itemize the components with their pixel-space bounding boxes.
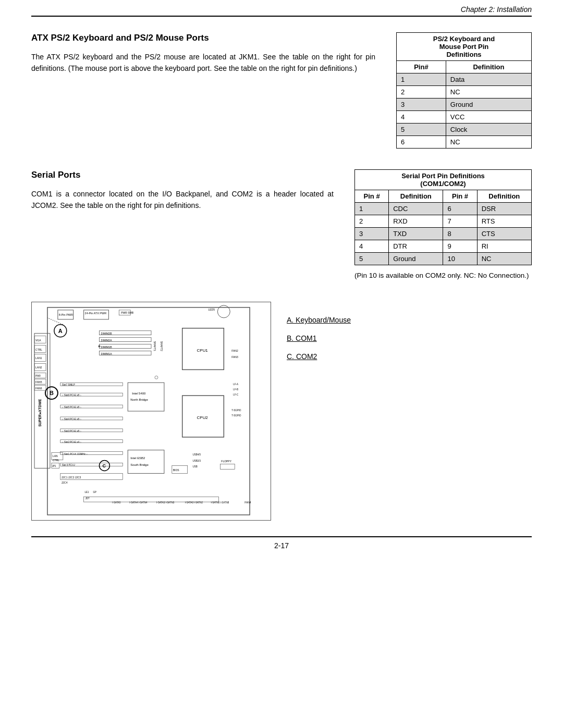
serial-pin-table: Serial Port Pin Definitions (COM1/COM2) … [354, 169, 532, 265]
table-row: 2 RXD 7 RTS [355, 215, 532, 228]
svg-text:SHAFT1: SHAFT1 [153, 341, 156, 351]
chapter-header: Chapter 2: Installation [31, 0, 532, 17]
serial-col4: Definition [477, 190, 531, 203]
pin-definition: CDC [389, 203, 443, 215]
pin-definition-2: RI [477, 240, 531, 253]
pin-number: 1 [397, 73, 446, 86]
svg-text:DIMM1A: DIMM1A [101, 352, 112, 355]
table-row: 1Data [397, 73, 532, 86]
motherboard-diagram: SUPER●XTDWE 8-Pin PWR 24-Pin ATX PWR PWR… [31, 302, 271, 521]
table-row: 5 Ground 10 NC [355, 253, 532, 265]
svg-text:8-Pin PWR: 8-Pin PWR [59, 313, 73, 316]
svg-text:○  Slot4 PCI-E x8  ○: ○ Slot4 PCI-E x8 ○ [62, 418, 81, 421]
serial-col2: Definition [389, 190, 443, 203]
pin-number: 6 [397, 136, 446, 149]
svg-text:FAN2: FAN2 [231, 350, 238, 352]
table-row: 6NC [397, 136, 532, 149]
ps2-section: ATX PS/2 Keyboard and PS/2 Mouse Ports T… [31, 32, 532, 149]
svg-text:○  Slot2 PCI-E x4  ○: ○ Slot2 PCI-E x4 ○ [62, 441, 81, 443]
svg-text:LAN1: LAN1 [35, 357, 42, 360]
svg-text:○  Slot6 PCI-E x8  ○: ○ Slot6 PCI-E x8 ○ [62, 394, 81, 397]
svg-text:T-SGPIO: T-SGPIO [231, 409, 241, 412]
table-row: 2NC [397, 86, 532, 98]
pin-definition: Data [446, 73, 531, 86]
svg-text:FLOPPY: FLOPPY [221, 460, 231, 463]
svg-text:PAR: PAR [35, 375, 41, 378]
svg-text:North Bridge: North Bridge [130, 398, 148, 401]
svg-text:FAN6: FAN6 [35, 387, 42, 390]
svg-text:USB: USB [193, 466, 198, 468]
diagram-labels-area: A. Keyboard/Mouse B. COM1 C. COM2 [287, 302, 532, 521]
serial-section-title: Serial Ports [31, 169, 334, 181]
svg-text:○  Slot5 PCI-E x8  ○: ○ Slot5 PCI-E x8 ○ [62, 406, 81, 409]
pin-number: 1 [355, 203, 389, 215]
pin-number: 3 [355, 228, 389, 240]
svg-text:CTRL: CTRL [35, 349, 42, 351]
svg-text:USB2/3: USB2/3 [193, 460, 201, 462]
svg-text:DIMM2B: DIMM2B [101, 332, 112, 335]
svg-text:CPU1: CPU1 [197, 348, 209, 353]
pin-definition-2: DSR [477, 203, 531, 215]
pin-number-2: 9 [443, 240, 477, 253]
svg-text:Intel ESB2: Intel ESB2 [130, 456, 145, 460]
svg-text:SHAFT2: SHAFT2 [160, 341, 163, 351]
table-row: 4VCC [397, 111, 532, 124]
pin-number-2: 10 [443, 253, 477, 265]
pin-number: 5 [397, 124, 446, 136]
svg-text:JP1: JP1 [52, 465, 56, 468]
pin-number-2: 7 [443, 215, 477, 228]
svg-text:VGA: VGA [35, 339, 41, 342]
ps2-col-def: Definition [446, 61, 531, 73]
pin-number: 2 [355, 215, 389, 228]
svg-text:A: A [58, 328, 63, 334]
serial-note: (Pin 10 is available on COM2 only. NC: N… [354, 270, 532, 281]
svg-text:24-Pin ATX PWR: 24-Pin ATX PWR [85, 312, 107, 315]
table-row: 3 TXD 8 CTS [355, 228, 532, 240]
svg-text:C: C [102, 464, 106, 469]
svg-text:JDT: JDT [85, 497, 90, 500]
svg-text:GP: GP [93, 491, 96, 493]
page: Chapter 2: Installation ATX PS/2 Keyboar… [0, 0, 563, 728]
ps2-section-body: The ATX PS/2 keyboard and the PS/2 mouse… [31, 51, 375, 75]
pin-number: 5 [355, 253, 389, 265]
label-a-text: A. Keyboard/Mouse [287, 312, 351, 328]
svg-text:T-SGPIO: T-SGPIO [231, 414, 241, 417]
svg-text:LE1: LE1 [85, 491, 89, 493]
pin-number: 4 [397, 111, 446, 124]
svg-text:PWR SMB: PWR SMB [121, 312, 133, 314]
serial-table-title: Serial Port Pin Definitions (COM1/COM2) [355, 170, 532, 190]
pin-definition-2: NC [477, 253, 531, 265]
bottom-section: SUPER●XTDWE 8-Pin PWR 24-Pin ATX PWR PWR… [31, 302, 532, 521]
svg-text:BIOS: BIOS [173, 470, 180, 472]
svg-text:B: B [50, 390, 54, 396]
ps2-table-title: PS/2 Keyboard and Mouse Port Pin Definit… [397, 33, 532, 61]
svg-text:Intel 5400: Intel 5400 [132, 392, 146, 395]
svg-text:J2C1   J2C2   J2C3: J2C1 J2C2 J2C3 [62, 477, 81, 479]
svg-text:DIMM2A: DIMM2A [101, 339, 112, 342]
label-b-text: B. COM1 [287, 330, 317, 347]
serial-section-body: COM1 is a connector located on the I/O B… [31, 188, 334, 212]
label-c-text: C. COM2 [287, 349, 317, 365]
svg-text:Slot 0 PCI-U: Slot 0 PCI-U [62, 464, 75, 467]
svg-text:Slot7 SIMLP: Slot7 SIMLP [62, 384, 75, 386]
pin-definition: VCC [446, 111, 531, 124]
svg-text:○  Slot1 PCI-X 133MHz  ○: ○ Slot1 PCI-X 133MHz ○ [62, 453, 88, 455]
table-row: 1 CDC 6 DSR [355, 203, 532, 215]
svg-text:LED5: LED5 [208, 309, 215, 311]
serial-section: Serial Ports COM1 is a connector located… [31, 169, 532, 281]
ps2-pin-table: PS/2 Keyboard and Mouse Port Pin Definit… [396, 32, 532, 149]
table-row: 5Clock [397, 124, 532, 136]
svg-text:LAN2: LAN2 [35, 367, 42, 369]
svg-text:LF-B: LF-B [233, 388, 238, 391]
ps2-col-pin: Pin# [397, 61, 446, 73]
serial-col1: Pin # [355, 190, 389, 203]
pin-definition: NC [446, 86, 531, 98]
svg-text:J2C4: J2C4 [62, 482, 68, 485]
serial-table-area: Serial Port Pin Definitions (COM1/COM2) … [354, 169, 532, 281]
pin-number: 4 [355, 240, 389, 253]
pin-definition-2: RTS [477, 215, 531, 228]
pin-definition: Ground [446, 98, 531, 111]
svg-text:FAN3: FAN3 [231, 356, 238, 359]
motherboard-svg: SUPER●XTDWE 8-Pin PWR 24-Pin ATX PWR PWR… [32, 302, 271, 520]
pin-number: 2 [397, 86, 446, 98]
